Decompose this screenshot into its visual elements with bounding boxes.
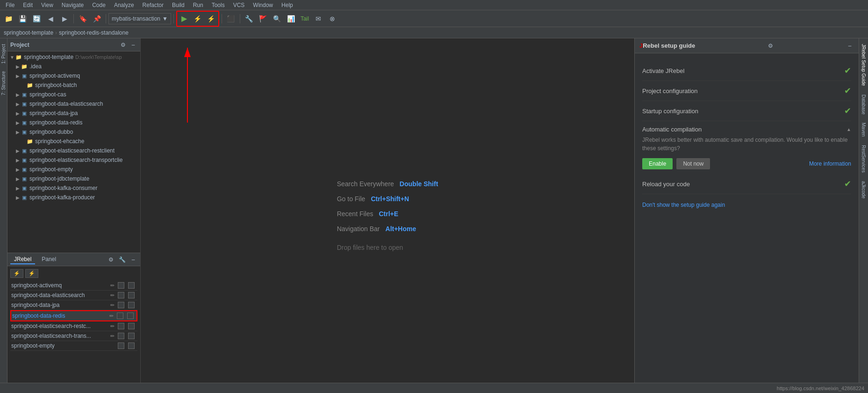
tree-batch[interactable]: 📁 springboot-batch <box>7 80 140 90</box>
remote-checkbox-3[interactable] <box>127 313 134 319</box>
menu-window[interactable]: Window <box>249 1 277 9</box>
email-btn[interactable]: ✉ <box>312 12 325 25</box>
edit-icon-4[interactable]: ✏ <box>110 323 115 329</box>
menu-help[interactable]: Help <box>278 1 297 9</box>
tree-jdbc[interactable]: ▶ ▣ springboot-jdbctemplate <box>7 174 140 183</box>
back-btn[interactable]: ◀ <box>44 12 57 25</box>
tree-data-redis[interactable]: ▶ ▣ springboot-data-redis <box>7 118 140 127</box>
jrebel-checkbox-6[interactable] <box>118 342 124 349</box>
remote-checkbox-0[interactable] <box>128 282 135 289</box>
menu-run[interactable]: Run <box>189 1 207 9</box>
tree-es-transport[interactable]: ▶ ▣ springboot-elasticsearch-transportcl… <box>7 155 140 165</box>
flag-btn[interactable]: 🚩 <box>257 12 270 25</box>
edit-icon-0[interactable]: ✏ <box>110 283 115 289</box>
search-label: Search Everywhere <box>337 180 394 188</box>
remote-checkbox-4[interactable] <box>128 323 135 329</box>
left-tab-structure[interactable]: 7: Structure <box>0 67 7 99</box>
jrebel-setup-close-btn[interactable]: – <box>846 42 854 50</box>
jrebel-item-6-name: springboot-empty <box>11 342 116 349</box>
right-tab-restservices[interactable]: RestServices <box>860 141 867 176</box>
startup-config-check-icon: ✔ <box>844 106 851 116</box>
shortcut-goto: Go to File Ctrl+Shift+N <box>337 195 409 203</box>
tree-cas[interactable]: ▶ ▣ springboot-cas <box>7 90 140 99</box>
jrebel-disable-all-btn[interactable]: ⚡ <box>25 269 38 278</box>
menu-tools[interactable]: Tools <box>208 1 229 9</box>
tree-kafka-consumer[interactable]: ▶ ▣ springboot-kafka-consumer <box>7 183 140 193</box>
stop-btn[interactable]: ⬛ <box>224 12 237 25</box>
right-tab-database[interactable]: Database <box>860 91 867 118</box>
root-path: D:\work\Template\sp <box>75 54 122 60</box>
edit-icon-2[interactable]: ✏ <box>110 302 115 308</box>
jrebel-run-btn[interactable]: ⚡ <box>191 12 204 25</box>
left-tab-project[interactable]: 1: Project <box>0 40 7 67</box>
refresh-btn[interactable]: 🔄 <box>30 12 43 25</box>
tree-root[interactable]: ▼ 📁 springboot-template D:\work\Template… <box>7 52 140 62</box>
tree-es-rest[interactable]: ▶ ▣ springboot-elasticsearch-restclient <box>7 146 140 155</box>
jrebel-checkbox-0[interactable] <box>118 282 124 289</box>
remote-checkbox-5[interactable] <box>128 333 135 339</box>
jrebel-enable-all-btn[interactable]: ⚡ <box>10 269 23 278</box>
edit-icon-1[interactable]: ✏ <box>110 292 115 298</box>
not-now-btn[interactable]: Not now <box>676 158 710 169</box>
dont-show-link[interactable]: Don't show the setup guide again <box>642 202 725 208</box>
tab-panel[interactable]: Panel <box>38 255 60 264</box>
jrebel-checkbox-1[interactable] <box>118 292 124 298</box>
jrebel-setup-subtitle: setup guide <box>661 42 695 49</box>
dropdown-arrow-icon: ▼ <box>162 15 168 22</box>
forward-btn[interactable]: ▶ <box>58 12 71 25</box>
run-btn[interactable]: ▶ <box>178 12 191 25</box>
menu-code[interactable]: Code <box>88 1 109 9</box>
tree-data-jpa[interactable]: ▶ ▣ springboot-data-jpa <box>7 109 140 118</box>
jrebel-checkbox-2[interactable] <box>118 302 124 308</box>
menu-analyze[interactable]: Analyze <box>110 1 138 9</box>
menu-build[interactable]: Build <box>168 1 188 9</box>
tree-ehcache[interactable]: 📁 springboot-ehcache <box>7 137 140 146</box>
tab-jrebel[interactable]: JRebel <box>10 255 35 264</box>
jrebel-checkbox-3[interactable] <box>117 313 123 319</box>
menu-vcs[interactable]: VCS <box>230 1 249 9</box>
enable-btn[interactable]: Enable <box>642 158 673 169</box>
more-info-link[interactable]: More information <box>809 160 851 167</box>
remote-checkbox-2[interactable] <box>128 302 135 308</box>
bottom-wrench-btn[interactable]: 🔧 <box>118 255 126 264</box>
bookmark-btn[interactable]: 🔖 <box>76 12 89 25</box>
close-circle-btn[interactable]: ⊗ <box>326 12 339 25</box>
menu-view[interactable]: View <box>37 1 57 9</box>
menu-navigate[interactable]: Navigate <box>58 1 87 9</box>
es-transport-arrow-icon: ▶ <box>15 157 21 163</box>
project-collapse-btn[interactable]: – <box>129 41 137 49</box>
tree-data-es[interactable]: ▶ ▣ springboot-data-elasticsearch <box>7 99 140 109</box>
tree-kafka-producer[interactable]: ▶ ▣ springboot-kafka-producer <box>7 193 140 202</box>
save-btn[interactable]: 💾 <box>16 12 29 25</box>
wrench-btn[interactable]: 🔧 <box>243 12 256 25</box>
menu-refactor[interactable]: Refactor <box>139 1 167 9</box>
jrebel-setup-settings-btn[interactable]: ⚙ <box>766 42 775 50</box>
run-config-dropdown[interactable]: mybatis-transaction ▼ <box>108 13 171 24</box>
tree-idea[interactable]: ▶ 📁 .idea <box>7 62 140 71</box>
menu-file[interactable]: File <box>2 1 18 9</box>
tree-empty[interactable]: ▶ ▣ springboot-empty <box>7 165 140 174</box>
right-tab-maven[interactable]: Maven <box>860 119 867 140</box>
breadcrumb-root[interactable]: springboot-template <box>4 29 53 36</box>
bottom-settings-btn[interactable]: ⚙ <box>107 255 115 264</box>
remote-checkbox-1[interactable] <box>128 292 135 298</box>
open-folder-btn[interactable]: 📁 <box>2 12 15 25</box>
bottom-minimize-btn[interactable]: – <box>129 255 137 264</box>
jrebel-checkbox-4[interactable] <box>118 323 124 329</box>
right-tab-jrebel[interactable]: JRebel Setup Guide <box>860 40 867 90</box>
search-btn[interactable]: 🔍 <box>271 12 284 25</box>
bookmark2-btn[interactable]: 📌 <box>90 12 103 25</box>
right-tab-ajkcode[interactable]: aJkcode <box>860 177 867 202</box>
remote-checkbox-6[interactable] <box>128 342 135 349</box>
coverage-btn[interactable]: 📊 <box>285 12 298 25</box>
project-settings-btn[interactable]: ⚙ <box>119 41 127 49</box>
edit-icon-5[interactable]: ✏ <box>110 333 115 339</box>
cas-module-icon: ▣ <box>21 91 28 98</box>
jrebel-checkbox-5[interactable] <box>118 333 124 339</box>
edit-icon-3[interactable]: ✏ <box>109 313 114 319</box>
menu-edit[interactable]: Edit <box>19 1 36 9</box>
tree-activemq[interactable]: ▶ ▣ springboot-activemq <box>7 71 140 80</box>
breadcrumb-current[interactable]: springboot-redis-standalone <box>59 29 129 36</box>
tree-dubbo[interactable]: ▶ ▣ springboot-dubbo <box>7 127 140 137</box>
jrebel-debug-btn[interactable]: ⚡ <box>205 12 218 25</box>
